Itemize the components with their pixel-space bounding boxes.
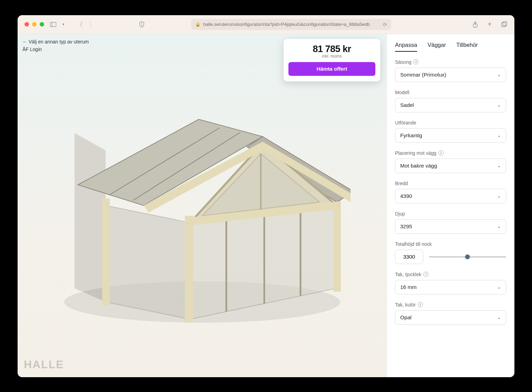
height-value: 3300 bbox=[403, 254, 415, 260]
info-icon[interactable]: i bbox=[439, 150, 444, 155]
viewer-3d[interactable]: ← Välj en annan typ av uterum ÅF Login 8… bbox=[18, 34, 387, 377]
svg-rect-6 bbox=[503, 22, 507, 26]
reload-icon[interactable]: ⟳ bbox=[383, 22, 387, 27]
tab-customize[interactable]: Anpassa bbox=[395, 42, 417, 52]
placement-select[interactable]: Mot bakre vägg ⌄ bbox=[395, 159, 506, 173]
nav-forward-button: 〉 bbox=[89, 20, 95, 29]
placement-label: Placering mot vägg bbox=[395, 150, 436, 156]
svg-marker-7 bbox=[75, 133, 106, 302]
roof-thickness-value: 16 mm bbox=[400, 284, 416, 290]
nav-back-button[interactable]: 〈 bbox=[77, 20, 83, 29]
width-value: 4390 bbox=[400, 193, 412, 199]
tabs-overview-icon[interactable] bbox=[501, 21, 508, 28]
width-label: Bredd bbox=[395, 181, 408, 186]
svg-rect-5 bbox=[501, 23, 505, 27]
info-icon[interactable]: i bbox=[413, 59, 418, 64]
svg-rect-14 bbox=[102, 199, 110, 305]
chevron-down-icon: ⌄ bbox=[497, 224, 501, 229]
url-bar[interactable]: 🔒 halle.se/uterumskonfigurator/rita?pid=… bbox=[191, 19, 391, 30]
chevron-down-icon[interactable]: ▾ bbox=[60, 21, 67, 28]
chevron-down-icon: ⌄ bbox=[497, 284, 501, 290]
chevron-down-icon: ⌄ bbox=[497, 72, 501, 77]
lock-icon: 🔒 bbox=[195, 22, 200, 27]
model-value: Sadel bbox=[400, 102, 414, 108]
price-subtitle: inkl. moms bbox=[288, 54, 375, 59]
browser-window: ▾ 〈 〉 🔒 halle.se/uterumskonfigurator/rit… bbox=[18, 15, 514, 377]
field-width: Bredd 4390 ⌄ bbox=[395, 181, 506, 203]
roof-color-label: Tak, kulör bbox=[395, 302, 416, 308]
model-label: Modell bbox=[395, 90, 409, 95]
info-icon[interactable]: i bbox=[423, 272, 428, 277]
field-height: Totalhöjd till nock 3300 bbox=[395, 241, 506, 264]
roof-thickness-label: Tak, tjocklek bbox=[395, 272, 421, 277]
viewer-top-links: ← Välj en annan typ av uterum ÅF Login bbox=[22, 39, 89, 52]
depth-value: 3295 bbox=[400, 223, 412, 230]
placement-value: Mot bakre vägg bbox=[400, 163, 437, 169]
height-label: Totalhöjd till nock bbox=[395, 241, 432, 247]
back-link[interactable]: ← Välj en annan typ av uterum bbox=[22, 39, 89, 44]
traffic-lights bbox=[24, 22, 44, 27]
chevron-down-icon: ⌄ bbox=[497, 163, 501, 168]
chevron-down-icon: ⌄ bbox=[497, 102, 501, 108]
close-window-button[interactable] bbox=[24, 22, 29, 27]
season-value: Sommar (Primolux) bbox=[400, 72, 446, 78]
field-depth: Djup 3295 ⌄ bbox=[395, 211, 506, 234]
field-placement: Placering mot vägg i Mot bakre vägg ⌄ bbox=[395, 150, 506, 173]
share-icon[interactable] bbox=[472, 21, 479, 28]
af-login-link[interactable]: ÅF Login bbox=[22, 47, 89, 52]
design-label: Utförande bbox=[395, 120, 416, 125]
back-link-label: Välj en annan typ av uterum bbox=[29, 39, 89, 44]
config-tabs: Anpassa Väggar Tillbehör bbox=[395, 42, 506, 52]
season-select[interactable]: Sommar (Primolux) ⌄ bbox=[395, 68, 506, 82]
design-value: Fyrkantig bbox=[400, 132, 422, 139]
arrow-left-icon: ← bbox=[22, 39, 27, 44]
roof-color-value: Opal bbox=[400, 314, 412, 321]
price-value: 81 785 kr bbox=[288, 44, 375, 54]
depth-label: Djup bbox=[395, 211, 405, 217]
chevron-down-icon: ⌄ bbox=[497, 315, 501, 320]
depth-select[interactable]: 3295 ⌄ bbox=[395, 219, 506, 234]
maximize-window-button[interactable] bbox=[40, 22, 44, 27]
shield-icon[interactable] bbox=[138, 21, 145, 28]
url-text: halle.se/uterumskonfigurator/rita?pid=P4… bbox=[203, 22, 380, 27]
house-3d-render bbox=[54, 95, 351, 330]
config-panel: Anpassa Väggar Tillbehör Säsong i Sommar… bbox=[387, 34, 514, 377]
roof-thickness-select[interactable]: 16 mm ⌄ bbox=[395, 280, 506, 294]
sidebar-toggle-icon[interactable] bbox=[50, 21, 57, 28]
minimize-window-button[interactable] bbox=[32, 22, 37, 27]
height-slider[interactable] bbox=[429, 256, 506, 258]
svg-rect-15 bbox=[185, 216, 193, 323]
roof-color-select[interactable]: Opal ⌄ bbox=[395, 310, 506, 325]
content-area: ← Välj en annan typ av uterum ÅF Login 8… bbox=[18, 34, 514, 377]
width-select[interactable]: 4390 ⌄ bbox=[395, 189, 506, 203]
new-tab-icon[interactable]: + bbox=[486, 21, 493, 28]
svg-rect-16 bbox=[333, 199, 341, 292]
chevron-down-icon: ⌄ bbox=[497, 133, 501, 138]
chevron-down-icon: ⌄ bbox=[497, 193, 501, 199]
field-roof-thickness: Tak, tjocklek i 16 mm ⌄ bbox=[395, 272, 506, 294]
field-roof-color: Tak, kulör i Opal ⌄ bbox=[395, 302, 506, 325]
field-season: Säsong i Sommar (Primolux) ⌄ bbox=[395, 59, 506, 82]
field-design: Utförande Fyrkantig ⌄ bbox=[395, 120, 506, 143]
titlebar: ▾ 〈 〉 🔒 halle.se/uterumskonfigurator/rit… bbox=[18, 15, 514, 34]
af-login-label: ÅF Login bbox=[22, 47, 42, 52]
price-card: 81 785 kr inkl. moms Hämta offert bbox=[284, 39, 380, 81]
tab-walls[interactable]: Väggar bbox=[427, 42, 446, 52]
get-quote-button[interactable]: Hämta offert bbox=[288, 62, 375, 76]
svg-rect-0 bbox=[50, 22, 56, 27]
model-select[interactable]: Sadel ⌄ bbox=[395, 98, 506, 112]
tab-accessories[interactable]: Tillbehör bbox=[456, 42, 478, 52]
season-label: Säsong bbox=[395, 59, 411, 65]
design-select[interactable]: Fyrkantig ⌄ bbox=[395, 128, 506, 143]
svg-marker-9 bbox=[106, 205, 190, 319]
info-icon[interactable]: i bbox=[418, 302, 423, 307]
slider-thumb[interactable] bbox=[465, 254, 470, 259]
height-input[interactable]: 3300 bbox=[395, 250, 423, 264]
field-model: Modell Sadel ⌄ bbox=[395, 90, 506, 112]
brand-logo: HALLE bbox=[24, 358, 64, 371]
